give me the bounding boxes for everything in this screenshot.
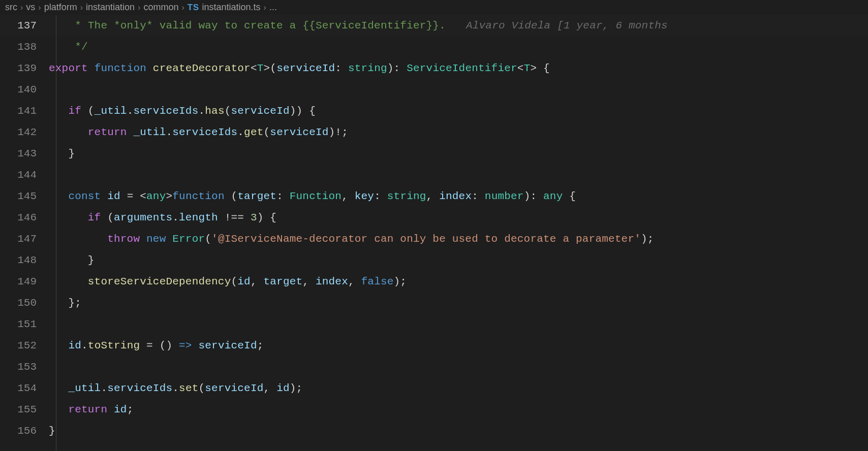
code-line[interactable]: 154 _util.serviceIds.set(serviceId, id); bbox=[0, 378, 868, 399]
chevron-right-icon: › bbox=[138, 3, 140, 12]
code-content[interactable]: export function createDecorator<T>(servi… bbox=[49, 58, 868, 79]
line-number: 139 bbox=[0, 58, 49, 79]
code-content[interactable]: } bbox=[49, 250, 868, 271]
code-line[interactable]: 148 } bbox=[0, 250, 868, 271]
code-line[interactable]: 143 } bbox=[0, 143, 868, 165]
git-blame-annotation: Alvaro Videla [1 year, 6 months bbox=[466, 20, 668, 31]
line-number: 148 bbox=[0, 250, 49, 271]
code-line[interactable]: 144 bbox=[0, 165, 868, 186]
breadcrumb-item[interactable]: vs bbox=[26, 2, 35, 13]
line-number: 151 bbox=[0, 314, 49, 335]
code-content[interactable]: storeServiceDependency(id, target, index… bbox=[49, 271, 868, 293]
line-number: 149 bbox=[0, 271, 49, 293]
line-number: 154 bbox=[0, 378, 49, 399]
breadcrumbs[interactable]: src › vs › platform › instantiation › co… bbox=[0, 0, 868, 15]
code-line[interactable]: 153 bbox=[0, 357, 868, 378]
line-number: 147 bbox=[0, 229, 49, 250]
code-line[interactable]: 150 }; bbox=[0, 293, 868, 314]
code-line[interactable]: 141 if (_util.serviceIds.has(serviceId))… bbox=[0, 101, 868, 122]
code-content[interactable]: if (arguments.length !== 3) { bbox=[49, 207, 868, 229]
code-content[interactable] bbox=[49, 165, 868, 186]
code-line[interactable]: 147 throw new Error('@IServiceName-decor… bbox=[0, 229, 868, 250]
line-number: 150 bbox=[0, 293, 49, 314]
code-editor[interactable]: 137 * The *only* valid way to create a {… bbox=[0, 15, 868, 451]
line-number: 141 bbox=[0, 101, 49, 122]
code-line[interactable]: 137 * The *only* valid way to create a {… bbox=[0, 15, 868, 37]
code-line[interactable]: 145 const id = <any>function (target: Fu… bbox=[0, 186, 868, 207]
line-number: 155 bbox=[0, 399, 49, 421]
line-number: 143 bbox=[0, 143, 49, 165]
code-content[interactable] bbox=[49, 79, 868, 101]
line-number: 137 bbox=[0, 15, 49, 37]
code-content[interactable]: id.toString = () => serviceId; bbox=[49, 335, 868, 357]
line-number: 145 bbox=[0, 186, 49, 207]
chevron-right-icon: › bbox=[80, 3, 83, 12]
code-line[interactable]: 151 bbox=[0, 314, 868, 335]
code-content[interactable]: return _util.serviceIds.get(serviceId)!; bbox=[49, 122, 868, 143]
line-number: 156 bbox=[0, 421, 49, 442]
code-content[interactable]: const id = <any>function (target: Functi… bbox=[49, 186, 868, 207]
code-line[interactable]: 142 return _util.serviceIds.get(serviceI… bbox=[0, 122, 868, 143]
code-content[interactable]: } bbox=[49, 143, 868, 165]
code-content[interactable]: _util.serviceIds.set(serviceId, id); bbox=[49, 378, 868, 399]
code-content[interactable]: */ bbox=[49, 37, 868, 58]
code-content[interactable] bbox=[49, 357, 868, 378]
code-line[interactable]: 139export function createDecorator<T>(se… bbox=[0, 58, 868, 79]
line-number: 153 bbox=[0, 357, 49, 378]
code-content[interactable]: return id; bbox=[49, 399, 868, 421]
line-number: 152 bbox=[0, 335, 49, 357]
code-line[interactable]: 140 bbox=[0, 79, 868, 101]
chevron-right-icon: › bbox=[181, 3, 184, 12]
line-number: 146 bbox=[0, 207, 49, 229]
code-content[interactable]: * The *only* valid way to create a {{Ser… bbox=[49, 15, 868, 37]
line-number: 144 bbox=[0, 165, 49, 186]
breadcrumb-item[interactable]: instantiation bbox=[86, 2, 135, 13]
code-line[interactable]: 138 */ bbox=[0, 37, 868, 58]
code-line[interactable]: 146 if (arguments.length !== 3) { bbox=[0, 207, 868, 229]
code-line[interactable]: 149 storeServiceDependency(id, target, i… bbox=[0, 271, 868, 293]
line-number: 138 bbox=[0, 37, 49, 58]
code-content[interactable]: if (_util.serviceIds.has(serviceId)) { bbox=[49, 101, 868, 122]
breadcrumb-item[interactable]: common bbox=[143, 2, 178, 13]
breadcrumb-file[interactable]: instantiation.ts bbox=[202, 2, 261, 13]
code-content[interactable]: }; bbox=[49, 293, 868, 314]
line-number: 142 bbox=[0, 122, 49, 143]
code-content[interactable] bbox=[49, 314, 868, 335]
chevron-right-icon: › bbox=[20, 3, 23, 12]
code-line[interactable]: 152 id.toString = () => serviceId; bbox=[0, 335, 868, 357]
code-content[interactable]: } bbox=[49, 421, 868, 442]
code-content[interactable]: throw new Error('@IServiceName-decorator… bbox=[49, 229, 868, 250]
code-line[interactable]: 156} bbox=[0, 421, 868, 442]
chevron-right-icon: › bbox=[264, 3, 266, 12]
breadcrumb-item[interactable]: src bbox=[5, 2, 17, 13]
breadcrumb-item[interactable]: platform bbox=[44, 2, 77, 13]
code-line[interactable]: 155 return id; bbox=[0, 399, 868, 421]
line-number: 140 bbox=[0, 79, 49, 101]
breadcrumb-symbol[interactable]: ... bbox=[269, 2, 277, 13]
chevron-right-icon: › bbox=[38, 3, 41, 12]
ts-file-icon: TS bbox=[188, 3, 199, 13]
